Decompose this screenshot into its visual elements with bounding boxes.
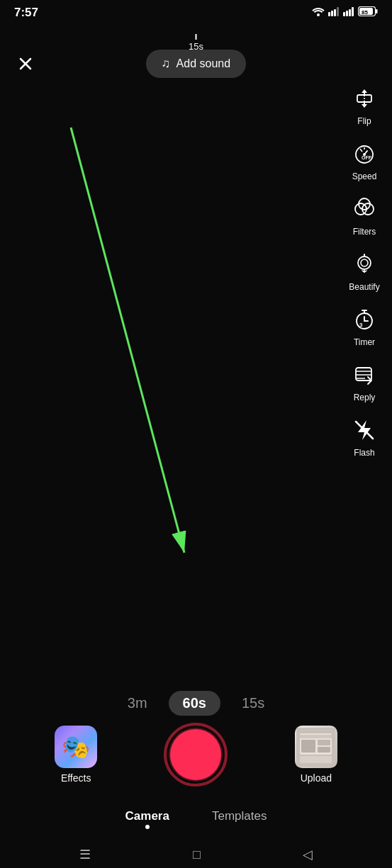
signal-icon: [328, 6, 340, 19]
svg-point-0: [317, 13, 320, 16]
beautify-icon: [348, 248, 381, 281]
record-button[interactable]: [164, 723, 228, 787]
reply-icon: [348, 359, 381, 391]
filters-label: Filters: [353, 227, 376, 237]
svg-rect-31: [300, 735, 332, 738]
svg-text:85: 85: [362, 9, 368, 16]
speed-label: Speed: [352, 171, 377, 181]
upload-icon: [295, 726, 337, 768]
back-icon[interactable]: ◁: [303, 847, 313, 862]
record-inner: [170, 729, 221, 780]
reply-label: Reply: [354, 393, 376, 402]
svg-text:3: 3: [359, 322, 363, 328]
flip-icon: [348, 82, 381, 115]
battery-icon: 85: [358, 6, 378, 19]
speed-icon: OFF: [348, 137, 381, 170]
svg-rect-10: [376, 9, 378, 13]
home-icon[interactable]: □: [193, 847, 201, 862]
top-bar: ♫ Add sound: [0, 50, 392, 78]
duration-selector: 3m 60s 15s: [0, 691, 392, 716]
svg-text:OFF: OFF: [362, 155, 372, 160]
svg-rect-6: [346, 11, 348, 16]
effects-icon: 🎭: [55, 726, 97, 768]
status-icons: 85: [312, 6, 378, 19]
timer-icon: 3: [348, 303, 381, 336]
duration-15s[interactable]: 15s: [242, 695, 264, 711]
right-sidebar: Flip OFF Speed Filters: [345, 78, 383, 462]
bottom-navigation: Camera Templates: [0, 809, 392, 829]
sidebar-item-reply[interactable]: Reply: [345, 354, 383, 407]
system-nav-bar: ☰ □ ◁: [0, 847, 392, 862]
sidebar-item-timer[interactable]: 3 Timer: [345, 299, 383, 351]
svg-rect-34: [318, 747, 330, 753]
svg-rect-1: [328, 12, 330, 16]
record-outer-ring: [164, 723, 228, 787]
svg-line-28: [71, 128, 184, 553]
status-bar: 7:57: [0, 0, 392, 23]
svg-rect-32: [301, 740, 315, 753]
close-button[interactable]: [13, 51, 38, 77]
effects-label: Effects: [61, 772, 91, 784]
flash-icon: [348, 414, 381, 446]
status-time: 7:57: [14, 6, 38, 20]
nav-templates[interactable]: Templates: [212, 809, 267, 829]
svg-rect-8: [352, 7, 354, 16]
duration-60s[interactable]: 60s: [169, 691, 220, 716]
upload-thumbnail: [295, 726, 337, 768]
svg-rect-4: [337, 7, 339, 16]
sidebar-item-flip[interactable]: Flip: [345, 78, 383, 130]
svg-rect-33: [318, 740, 330, 745]
flip-label: Flip: [357, 116, 371, 126]
svg-rect-35: [300, 756, 332, 763]
music-icon: ♫: [162, 57, 171, 71]
svg-rect-2: [331, 11, 333, 16]
svg-rect-5: [343, 12, 345, 16]
upload-label: Upload: [301, 772, 332, 784]
effects-button[interactable]: 🎭 Effects: [55, 726, 97, 784]
timeline-tick: [196, 34, 197, 40]
wifi-icon: [312, 6, 325, 19]
svg-rect-7: [349, 9, 351, 16]
signal-icon2: [343, 6, 354, 19]
svg-point-22: [361, 259, 368, 266]
upload-button[interactable]: Upload: [295, 726, 337, 784]
timer-label: Timer: [354, 337, 375, 347]
sidebar-item-filters[interactable]: Filters: [345, 188, 383, 241]
sidebar-item-flash[interactable]: Flash: [345, 410, 383, 462]
add-sound-label: Add sound: [177, 57, 231, 70]
menu-icon[interactable]: ☰: [79, 847, 91, 862]
filters-icon: [348, 193, 381, 225]
svg-rect-3: [334, 9, 336, 16]
nav-camera[interactable]: Camera: [125, 809, 169, 829]
sidebar-item-beautify[interactable]: Beautify: [345, 244, 383, 296]
duration-3m[interactable]: 3m: [128, 695, 147, 711]
sidebar-item-speed[interactable]: OFF Speed: [345, 133, 383, 186]
beautify-label: Beautify: [349, 282, 379, 292]
flash-label: Flash: [354, 448, 374, 458]
add-sound-button[interactable]: ♫ Add sound: [146, 50, 246, 78]
svg-point-21: [358, 257, 371, 269]
bottom-controls: 🎭 Effects Upload: [0, 723, 392, 787]
arrow-annotation: [28, 113, 255, 595]
